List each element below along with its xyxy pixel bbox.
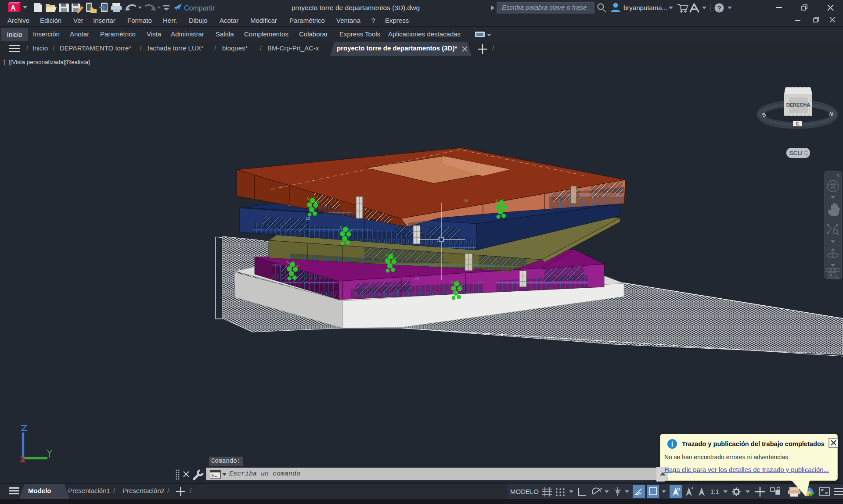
- svg-text:Haga clic para ver los detalle: Haga clic para ver los detalles de traza…: [664, 466, 829, 473]
- svg-text:bryanputama...: bryanputama...: [623, 4, 667, 11]
- svg-text:Compartir: Compartir: [184, 4, 215, 12]
- svg-text:Trazado y publicación del trab: Trazado y publicación del trabajo comple…: [682, 440, 825, 447]
- svg-text:?: ?: [717, 4, 721, 12]
- svg-text:Escriba palabra clave o frase: Escriba palabra clave o frase: [502, 4, 587, 11]
- svg-text:25: 25: [414, 277, 419, 281]
- svg-text:MODELO: MODELO: [510, 488, 539, 495]
- svg-text:E: E: [796, 121, 799, 126]
- svg-text:No se han encontrado errores n: No se han encontrado errores ni adverten…: [664, 453, 788, 461]
- svg-text:proyecto torre de departamento: proyecto torre de departamentos (3D).dwg: [292, 4, 420, 11]
- svg-text:25: 25: [464, 199, 468, 203]
- svg-text:1:1: 1:1: [710, 488, 719, 495]
- svg-text:A: A: [11, 4, 16, 12]
- svg-text:i: i: [671, 440, 674, 448]
- svg-text:SCU: SCU: [789, 150, 802, 157]
- svg-text:E: E: [281, 185, 284, 189]
- svg-text:25: 25: [306, 216, 310, 221]
- svg-text:DERECHA: DERECHA: [786, 102, 810, 107]
